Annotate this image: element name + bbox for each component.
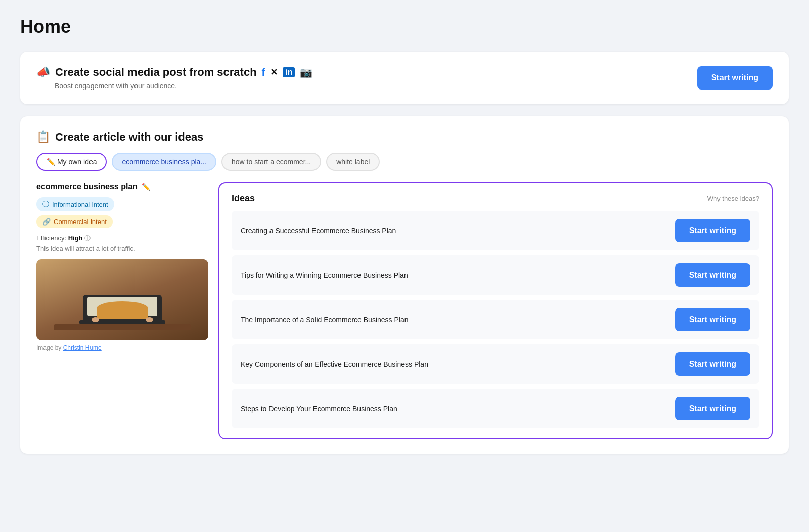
traffic-note: This idea will attract a lot of traffic. xyxy=(36,245,208,252)
social-card-left: 📣 Create social media post from scratch … xyxy=(36,66,312,90)
ideas-panel-header: Ideas Why these ideas? xyxy=(232,193,759,204)
efficiency-info-icon[interactable]: ⓘ xyxy=(84,235,91,242)
social-media-card: 📣 Create social media post from scratch … xyxy=(20,52,789,104)
facebook-icon[interactable]: f xyxy=(262,67,265,78)
idea-text: Key Components of an Effective Ecommerce… xyxy=(241,360,428,368)
image-credit-link[interactable]: Christin Hume xyxy=(63,344,102,351)
article-ideas-card: 📋 Create article with our ideas ✏️ My ow… xyxy=(20,116,789,454)
idea-row: The Importance of a Solid Ecommerce Busi… xyxy=(232,300,759,339)
commercial-intent-badge: 🔗 Commercial intent xyxy=(36,215,113,228)
idea-row: Key Components of an Effective Ecommerce… xyxy=(232,344,759,384)
idea-row: Tips for Writing a Winning Ecommerce Bus… xyxy=(232,255,759,295)
pencil-icon: ✏️ xyxy=(47,158,57,166)
idea-start-writing-button-0[interactable]: Start writing xyxy=(675,219,750,242)
informational-intent-badge: ⓘ Informational intent xyxy=(36,197,114,211)
idea-row: Creating a Successful Ecommerce Business… xyxy=(232,211,759,250)
idea-start-writing-button-2[interactable]: Start writing xyxy=(675,308,750,331)
edit-icon[interactable]: ✏️ xyxy=(142,183,150,191)
chip-ecommerce-business-plan[interactable]: ecommerce business pla... xyxy=(112,153,216,171)
megaphone-icon: 📣 xyxy=(36,66,50,79)
social-icons-row: f ✕ in 📷 xyxy=(262,66,313,78)
chips-row: ✏️ My own idea ecommerce business pla...… xyxy=(36,153,773,171)
chip-how-to-start[interactable]: how to start a ecommer... xyxy=(221,153,321,171)
instagram-icon[interactable]: 📷 xyxy=(300,66,312,78)
article-body: ecommerce business plan ✏️ ⓘ Information… xyxy=(36,182,773,439)
idea-start-writing-button-4[interactable]: Start writing xyxy=(675,397,750,420)
ideas-panel: Ideas Why these ideas? Creating a Succes… xyxy=(218,182,773,439)
page-title: Home xyxy=(20,16,789,37)
idea-text: Tips for Writing a Winning Ecommerce Bus… xyxy=(241,271,408,279)
info-circle-icon: ⓘ xyxy=(42,200,49,209)
image-credit: Image by Christin Hume xyxy=(36,344,208,351)
linkedin-icon[interactable]: in xyxy=(283,67,295,77)
idea-text: Steps to Develop Your Ecommerce Business… xyxy=(241,405,397,413)
article-card-title: 📋 Create article with our ideas xyxy=(36,130,773,144)
twitter-icon[interactable]: ✕ xyxy=(270,67,278,78)
idea-start-writing-button-3[interactable]: Start writing xyxy=(675,352,750,376)
ideas-panel-title: Ideas xyxy=(232,193,255,204)
keyword-panel: ecommerce business plan ✏️ ⓘ Information… xyxy=(36,182,208,439)
chip-white-label[interactable]: white label xyxy=(326,153,380,171)
social-card-subtitle: Boost engagement with your audience. xyxy=(55,82,312,90)
idea-start-writing-button-1[interactable]: Start writing xyxy=(675,263,750,287)
idea-text: Creating a Successful Ecommerce Business… xyxy=(241,227,396,235)
keyword-image xyxy=(36,259,208,340)
keyword-panel-title: ecommerce business plan ✏️ xyxy=(36,182,208,191)
idea-text: The Importance of a Solid Ecommerce Busi… xyxy=(241,316,409,324)
commercial-icon: 🔗 xyxy=(42,218,51,226)
chip-my-own-idea[interactable]: ✏️ My own idea xyxy=(36,153,107,171)
efficiency-row: Efficiency: High ⓘ xyxy=(36,234,208,243)
why-ideas-link[interactable]: Why these ideas? xyxy=(707,195,759,202)
social-card-title: 📣 Create social media post from scratch … xyxy=(36,66,312,79)
article-icon: 📋 xyxy=(36,130,50,144)
social-start-writing-button[interactable]: Start writing xyxy=(697,66,773,90)
idea-row: Steps to Develop Your Ecommerce Business… xyxy=(232,389,759,428)
